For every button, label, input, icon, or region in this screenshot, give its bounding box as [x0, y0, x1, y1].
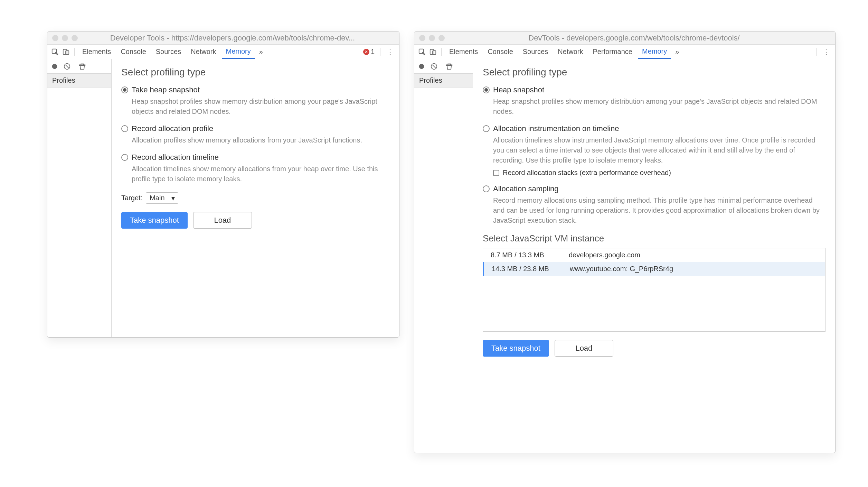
target-select[interactable]: Main [146, 192, 178, 204]
vm-name: developers.google.com [566, 251, 825, 259]
take-snapshot-button[interactable]: Take snapshot [483, 340, 549, 357]
tab-network[interactable]: Network [187, 45, 220, 59]
tab-memory[interactable]: Memory [638, 45, 671, 59]
option-label: Record allocation profile [132, 124, 213, 133]
radio-icon [121, 86, 128, 93]
tab-console[interactable]: Console [116, 45, 150, 59]
option-label: Allocation instrumentation on timeline [493, 124, 619, 133]
window-title: DevTools - developers.google.com/web/too… [452, 34, 830, 43]
record-stacks-checkbox-row[interactable]: Record allocation stacks (extra performa… [493, 169, 825, 177]
radio-icon [483, 125, 490, 132]
page-title: Select profiling type [483, 67, 825, 78]
radio-row[interactable]: Record allocation profile [121, 124, 389, 133]
inspect-icon[interactable] [50, 47, 60, 57]
checkbox-icon [493, 170, 499, 176]
inspect-icon[interactable] [417, 47, 427, 57]
load-button[interactable]: Load [555, 340, 613, 357]
kebab-menu-icon[interactable]: ⋮ [820, 48, 832, 56]
vm-size: 14.3 MB / 23.8 MB [484, 265, 567, 273]
option-desc: Allocation timelines show memory allocat… [132, 164, 389, 184]
more-tabs-icon[interactable]: » [672, 48, 682, 56]
error-count[interactable]: ✕ 1 [361, 48, 377, 56]
tab-sources[interactable]: Sources [152, 45, 185, 59]
separator [441, 48, 442, 56]
separator [74, 48, 75, 56]
minimize-icon[interactable] [429, 35, 435, 41]
radio-row[interactable]: Allocation sampling [483, 184, 825, 193]
option-desc: Heap snapshot profiles show memory distr… [493, 97, 825, 117]
more-tabs-icon[interactable]: » [256, 48, 266, 56]
radio-row[interactable]: Allocation instrumentation on timeline [483, 124, 825, 133]
tab-sources[interactable]: Sources [519, 45, 552, 59]
zoom-icon[interactable] [72, 35, 78, 41]
close-icon[interactable] [419, 35, 425, 41]
clear-icon[interactable] [63, 63, 71, 70]
vm-size: 8.7 MB / 13.3 MB [483, 251, 566, 259]
option-desc: Allocation profiles show memory allocati… [132, 135, 389, 145]
option-label: Record allocation timeline [132, 153, 219, 162]
record-icon[interactable] [418, 63, 425, 70]
option-heap-snapshot: Heap snapshot Heap snapshot profiles sho… [483, 85, 825, 117]
tab-elements[interactable]: Elements [445, 45, 482, 59]
traffic-lights [52, 35, 78, 41]
content: Profiles Select profiling type Heap snap… [414, 59, 835, 453]
tab-elements[interactable]: Elements [78, 45, 115, 59]
trash-icon[interactable] [445, 63, 453, 70]
trash-icon[interactable] [78, 63, 86, 70]
profiles-toolbar [47, 59, 111, 74]
titlebar: Developer Tools - https://developers.goo… [47, 31, 399, 45]
kebab-menu-icon[interactable]: ⋮ [384, 48, 396, 56]
device-toggle-icon[interactable] [428, 47, 438, 57]
radio-row[interactable]: Take heap snapshot [121, 85, 389, 94]
device-toggle-icon[interactable] [61, 47, 71, 57]
target-select-wrap: Main [146, 192, 178, 204]
option-heap-snapshot: Take heap snapshot Heap snapshot profile… [121, 85, 389, 117]
tab-memory[interactable]: Memory [222, 45, 255, 59]
error-icon: ✕ [363, 49, 369, 55]
option-allocation-profile: Record allocation profile Allocation pro… [121, 124, 389, 145]
error-count-value: 1 [371, 48, 375, 56]
option-allocation-sampling: Allocation sampling Record memory alloca… [483, 184, 825, 226]
option-desc: Heap snapshot profiles show memory distr… [132, 97, 389, 117]
checkbox-label: Record allocation stacks (extra performa… [503, 169, 671, 177]
zoom-icon[interactable] [438, 35, 445, 41]
option-label: Allocation sampling [493, 184, 559, 193]
separator [380, 48, 380, 56]
main-panel: Select profiling type Take heap snapshot… [112, 59, 399, 337]
titlebar: DevTools - developers.google.com/web/too… [414, 31, 835, 45]
close-icon[interactable] [52, 35, 58, 41]
button-row: Take snapshot Load [121, 212, 389, 229]
option-allocation-timeline: Record allocation timeline Allocation ti… [121, 153, 389, 184]
tab-console[interactable]: Console [483, 45, 517, 59]
vm-row[interactable]: 8.7 MB / 13.3 MB developers.google.com [483, 248, 825, 262]
radio-row[interactable]: Record allocation timeline [121, 153, 389, 162]
record-icon[interactable] [51, 63, 58, 70]
option-label: Take heap snapshot [132, 85, 200, 94]
tab-network[interactable]: Network [554, 45, 587, 59]
svg-rect-1 [63, 49, 67, 54]
clear-icon[interactable] [430, 63, 438, 70]
panel-tabbar: Elements Console Sources Network Memory … [47, 45, 399, 59]
window-title: Developer Tools - https://developers.goo… [85, 34, 394, 43]
tab-performance[interactable]: Performance [589, 45, 637, 59]
option-desc: Allocation timelines show instrumented J… [493, 135, 825, 165]
devtools-window-left: Developer Tools - https://developers.goo… [47, 31, 399, 338]
main-panel: Select profiling type Heap snapshot Heap… [473, 59, 835, 453]
take-snapshot-button[interactable]: Take snapshot [121, 212, 188, 229]
radio-icon [121, 154, 128, 161]
radio-icon [483, 185, 490, 192]
content: Profiles Select profiling type Take heap… [47, 59, 399, 337]
button-row: Take snapshot Load [483, 340, 825, 357]
load-button[interactable]: Load [193, 212, 252, 229]
sidebar: Profiles [47, 59, 112, 337]
target-label: Target: [121, 194, 142, 202]
minimize-icon[interactable] [62, 35, 68, 41]
profiles-heading: Profiles [414, 74, 473, 88]
radio-icon [121, 125, 128, 132]
devtools-window-right: DevTools - developers.google.com/web/too… [414, 31, 836, 453]
svg-rect-7 [433, 50, 436, 54]
radio-row[interactable]: Heap snapshot [483, 85, 825, 94]
vm-name: www.youtube.com: G_P6rpRSr4g [567, 265, 825, 273]
svg-point-3 [52, 64, 57, 69]
vm-row[interactable]: 14.3 MB / 23.8 MB www.youtube.com: G_P6r… [483, 262, 825, 276]
